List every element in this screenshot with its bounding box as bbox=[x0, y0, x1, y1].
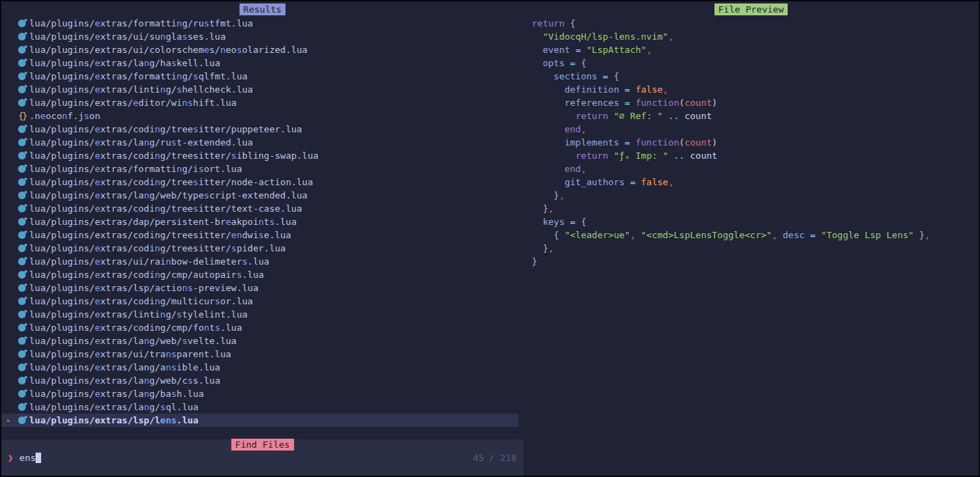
file-row[interactable]: lua/plugins/extras/lsp/actions-preview.l… bbox=[1, 281, 523, 295]
file-path: lua/plugins/extras/ui/sunglasses.lua bbox=[29, 30, 226, 43]
selection-arrow-icon: ▸ bbox=[6, 414, 11, 427]
results-panel: Results lua/plugins/extras/formatting/ru… bbox=[1, 1, 523, 439]
lua-file-icon bbox=[18, 123, 29, 136]
file-row[interactable]: lua/plugins/extras/lang/haskell.lua bbox=[1, 56, 523, 70]
file-path: lua/plugins/extras/editor/winshift.lua bbox=[29, 96, 236, 109]
file-path: lua/plugins/extras/coding/treesitter/end… bbox=[29, 228, 291, 242]
file-path: lua/plugins/extras/lsp/lens.lua bbox=[29, 414, 199, 427]
file-path: lua/plugins/extras/lang/web/css.lua bbox=[29, 374, 220, 387]
lua-file-icon bbox=[18, 281, 29, 295]
file-path: lua/plugins/extras/lang/rust-extended.lu… bbox=[29, 136, 253, 149]
file-row[interactable]: lua/plugins/extras/ui/rainbow-delimeters… bbox=[1, 255, 523, 268]
code-line: return "ƒₓ Imp: " .. count bbox=[523, 149, 979, 162]
code-line: return "∅ Ref: " .. count bbox=[523, 109, 979, 123]
code-line: implements = function(count) bbox=[523, 136, 979, 149]
file-row[interactable]: lua/plugins/extras/lang/bash.lua bbox=[1, 387, 523, 400]
results-list[interactable]: lua/plugins/extras/formatting/rustfmt.lu… bbox=[1, 17, 523, 427]
file-row[interactable]: {}.neoconf.json bbox=[1, 109, 523, 123]
code-line: keys = { bbox=[523, 215, 979, 228]
lua-file-icon bbox=[18, 374, 29, 387]
lua-file-icon bbox=[18, 215, 29, 228]
lua-file-icon bbox=[18, 30, 29, 43]
lua-file-icon bbox=[18, 321, 29, 334]
file-row[interactable]: lua/plugins/extras/formatting/rustfmt.lu… bbox=[1, 17, 523, 30]
file-row[interactable]: lua/plugins/extras/coding/treesitter/sib… bbox=[1, 149, 523, 162]
file-path: lua/plugins/extras/linting/shellcheck.lu… bbox=[29, 83, 253, 96]
file-row[interactable]: lua/plugins/extras/dap/persistent-breakp… bbox=[1, 215, 523, 228]
file-path: lua/plugins/extras/ui/rainbow-delimeters… bbox=[29, 255, 269, 268]
file-row[interactable]: lua/plugins/extras/coding/multicursor.lu… bbox=[1, 295, 523, 308]
code-line: end, bbox=[523, 162, 979, 175]
file-row[interactable]: lua/plugins/extras/lang/web/typescript-e… bbox=[1, 189, 523, 202]
code-line: }, bbox=[523, 242, 979, 255]
file-path: lua/plugins/extras/coding/multicursor.lu… bbox=[29, 295, 253, 308]
file-row[interactable]: lua/plugins/extras/coding/treesitter/tex… bbox=[1, 202, 523, 215]
code-line: event = "LspAttach", bbox=[523, 43, 979, 56]
code-line: definition = false, bbox=[523, 83, 979, 96]
file-row[interactable]: lua/plugins/extras/formatting/isort.lua bbox=[1, 162, 523, 175]
file-path: lua/plugins/extras/lang/ansible.lua bbox=[29, 361, 220, 374]
file-row[interactable]: lua/plugins/extras/coding/treesitter/spi… bbox=[1, 242, 523, 255]
file-path: lua/plugins/extras/formatting/sqlfmt.lua bbox=[29, 70, 247, 83]
file-path: lua/plugins/extras/coding/cmp/autopairs.… bbox=[29, 268, 264, 281]
file-path: lua/plugins/extras/coding/treesitter/sib… bbox=[29, 149, 319, 162]
file-path: lua/plugins/extras/lang/bash.lua bbox=[29, 387, 204, 400]
file-path: lua/plugins/extras/coding/treesitter/tex… bbox=[29, 202, 302, 215]
file-row[interactable]: lua/plugins/extras/formatting/sqlfmt.lua bbox=[1, 70, 523, 83]
code-line: return { bbox=[523, 17, 979, 30]
file-row[interactable]: lua/plugins/extras/lang/web/svelte.lua bbox=[1, 334, 523, 347]
file-path: lua/plugins/extras/lang/web/typescript-e… bbox=[29, 189, 307, 202]
code-line: } bbox=[523, 255, 979, 268]
code-line: { "<leader>ue", "<cmd>LspLensToggle<cr>"… bbox=[523, 228, 979, 242]
lua-file-icon bbox=[18, 202, 29, 215]
lua-file-icon bbox=[18, 162, 29, 175]
text-cursor bbox=[36, 453, 41, 463]
code-line: opts = { bbox=[523, 56, 979, 70]
lua-file-icon bbox=[18, 347, 29, 361]
file-row[interactable]: lua/plugins/extras/coding/treesitter/end… bbox=[1, 228, 523, 242]
lua-file-icon bbox=[18, 361, 29, 374]
file-row[interactable]: lua/plugins/extras/coding/treesitter/nod… bbox=[1, 175, 523, 189]
file-path: .neoconf.json bbox=[29, 109, 100, 123]
file-path: lua/plugins/extras/ui/colorschemes/neoso… bbox=[29, 43, 307, 56]
lua-file-icon bbox=[18, 189, 29, 202]
results-column: Results lua/plugins/extras/formatting/ru… bbox=[1, 1, 523, 476]
file-row[interactable]: lua/plugins/extras/lang/rust-extended.lu… bbox=[1, 136, 523, 149]
file-row[interactable]: lua/plugins/extras/editor/winshift.lua bbox=[1, 96, 523, 109]
code-line: git_authors = false, bbox=[523, 175, 979, 189]
file-path: lua/plugins/extras/lang/haskell.lua bbox=[29, 56, 220, 70]
file-path: lua/plugins/extras/ui/transparent.lua bbox=[29, 347, 231, 361]
file-row[interactable]: lua/plugins/extras/coding/treesitter/pup… bbox=[1, 123, 523, 136]
file-row[interactable]: lua/plugins/extras/linting/stylelint.lua bbox=[1, 308, 523, 321]
file-row[interactable]: lua/plugins/extras/lang/sql.lua bbox=[1, 400, 523, 414]
lua-file-icon bbox=[18, 175, 29, 189]
file-path: lua/plugins/extras/formatting/rustfmt.lu… bbox=[29, 17, 253, 30]
code-line: }, bbox=[523, 189, 979, 202]
lua-file-icon bbox=[18, 136, 29, 149]
file-row[interactable]: lua/plugins/extras/lang/ansible.lua bbox=[1, 361, 523, 374]
lua-file-icon bbox=[18, 228, 29, 242]
file-row[interactable]: lua/plugins/extras/coding/cmp/autopairs.… bbox=[1, 268, 523, 281]
file-row[interactable]: lua/plugins/extras/lang/web/css.lua bbox=[1, 374, 523, 387]
file-row[interactable]: lua/plugins/extras/ui/transparent.lua bbox=[1, 347, 523, 361]
file-row[interactable]: lua/plugins/extras/linting/shellcheck.lu… bbox=[1, 83, 523, 96]
results-title-badge: Results bbox=[239, 3, 286, 15]
lua-file-icon bbox=[18, 414, 29, 427]
file-row[interactable]: lua/plugins/extras/ui/colorschemes/neoso… bbox=[1, 43, 523, 56]
file-path: lua/plugins/extras/coding/cmp/fonts.lua bbox=[29, 321, 242, 334]
file-path: lua/plugins/extras/dap/persistent-breakp… bbox=[29, 215, 297, 228]
lua-file-icon bbox=[18, 56, 29, 70]
search-input[interactable]: ens bbox=[20, 453, 36, 463]
file-row[interactable]: lua/plugins/extras/coding/cmp/fonts.lua bbox=[1, 321, 523, 334]
lua-file-icon bbox=[18, 387, 29, 400]
file-row[interactable]: lua/plugins/extras/ui/sunglasses.lua bbox=[1, 30, 523, 43]
prompt-bar[interactable]: Find Files ❯ ens 45 / 218 bbox=[1, 439, 523, 476]
file-row[interactable]: ▸lua/plugins/extras/lsp/lens.lua bbox=[1, 414, 519, 427]
file-path: lua/plugins/extras/coding/treesitter/nod… bbox=[29, 175, 313, 189]
file-preview-title-badge: File Preview bbox=[714, 3, 788, 15]
prompt-chevron-icon: ❯ bbox=[8, 453, 13, 463]
find-files-title-badge: Find Files bbox=[231, 439, 293, 451]
lua-file-icon bbox=[18, 400, 29, 414]
json-file-icon: {} bbox=[18, 109, 29, 123]
file-path: lua/plugins/extras/lang/web/svelte.lua bbox=[29, 334, 236, 347]
